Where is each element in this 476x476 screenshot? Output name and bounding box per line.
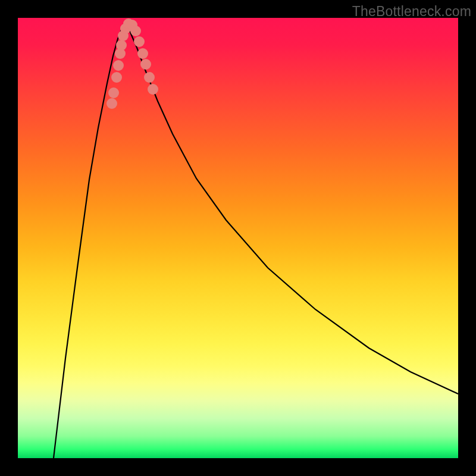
data-point xyxy=(113,60,124,71)
data-point xyxy=(137,48,148,59)
data-point xyxy=(111,72,122,83)
data-point xyxy=(107,98,117,109)
data-point xyxy=(116,40,127,51)
data-point xyxy=(144,72,155,83)
data-point xyxy=(134,36,145,47)
curve-right-branch xyxy=(125,22,458,394)
data-point xyxy=(148,84,158,95)
curve-left-branch xyxy=(54,22,125,458)
curve-markers xyxy=(107,18,158,109)
data-point xyxy=(108,87,119,98)
data-point xyxy=(130,26,141,36)
data-point xyxy=(140,59,151,70)
chart-svg xyxy=(18,18,458,458)
chart-frame: TheBottleneck.com xyxy=(0,0,476,476)
watermark-text: TheBottleneck.com xyxy=(352,4,471,20)
